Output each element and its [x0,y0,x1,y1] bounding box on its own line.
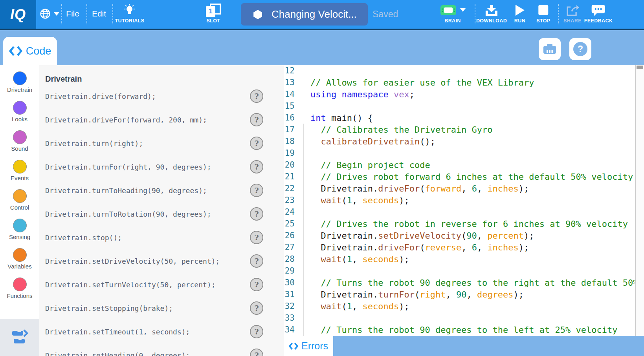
code-token [310,172,321,182]
command-row[interactable]: Drivetrain.turnToRotation(90, degrees);? [39,207,284,221]
command-help-button[interactable]: ? [250,349,263,356]
divider [475,4,475,24]
hexagon-icon [253,9,263,20]
line-number: 19 [284,148,295,158]
command-row[interactable]: Drivetrain.stop();? [39,230,284,245]
command-row[interactable]: Drivetrain.driveFor(forward, 200, mm);? [39,113,284,127]
code-line: 19 [284,147,644,159]
lightbulb-icon [123,4,136,17]
sidebar-item-sensing[interactable]: Sensing [0,215,39,244]
edit-menu[interactable]: Edit [87,9,111,18]
command-help-button[interactable]: ? [250,160,263,173]
language-menu[interactable] [39,8,59,20]
line-number: 28 [284,254,295,264]
code-token: inches [487,243,518,252]
tutorials-button[interactable]: TUTORIALS [115,3,145,24]
command-row[interactable]: Drivetrain.turnFor(right, 90, degrees);? [39,160,284,174]
code-line: 32 wait(1, seconds); [284,300,644,312]
editor-scrollbar[interactable] [635,65,644,336]
command-text: Drivetrain.setDriveVelocity(50, percent)… [45,257,220,265]
line-content: wait(1, seconds); [310,195,409,205]
command-help-button[interactable]: ? [250,301,263,315]
sidebar-item-sound[interactable]: Sound [0,126,39,156]
line-content: // Begin project code [310,160,430,170]
share-label: SHARE [563,18,582,24]
errors-bar: Errors [284,336,644,356]
tab-errors[interactable]: Errors [284,336,333,356]
sidebar-item-variables[interactable]: Variables [0,244,39,274]
scrollbar-thumb[interactable] [637,66,643,69]
download-button[interactable]: DOWNLOAD [476,3,507,24]
command-help-button[interactable]: ? [250,278,263,291]
file-menu[interactable]: File [61,9,84,18]
code-token: setDriveVelocity [378,231,461,241]
command-row[interactable]: Drivetrain.drive(forward);? [39,89,284,103]
line-content: int main() { [310,113,373,123]
line-content: calibrateDrivetrain(); [310,137,435,146]
code-token: wait [321,301,342,311]
sidebar-item-drivetrain[interactable]: Drivetrain [0,68,39,97]
command-help-button[interactable]: ? [250,113,263,126]
run-button[interactable]: RUN [514,3,525,24]
project-name-button[interactable]: Changing Velocit... [241,3,368,26]
device-info-button[interactable] [539,38,561,60]
code-line: 13// Allows for easier use of the VEX Li… [284,77,644,88]
command-help-button[interactable]: ? [250,231,263,244]
command-help-button[interactable]: ? [250,184,263,197]
line-number: 29 [284,266,295,276]
sidebar-item-looks[interactable]: Looks [0,97,39,126]
code-token: Drivetrain. [310,243,378,252]
command-row[interactable]: Drivetrain.turnToHeading(90, degrees);? [39,183,284,197]
feedback-button[interactable]: FEEDBACK [584,3,613,24]
line-number: 33 [284,313,295,323]
command-help-button[interactable]: ? [250,207,263,221]
command-row[interactable]: Drivetrain.setHeading(0, degrees);? [39,348,284,356]
code-token: ); [524,231,534,241]
code-token: 1 [347,195,352,205]
command-help-button[interactable]: ? [250,325,263,338]
sidebar-categories: DrivetrainLooksSoundEventsControlSensing… [0,68,39,303]
command-help-button[interactable]: ? [250,137,263,150]
code-token: ); [519,243,529,252]
top-toolbar: IQ File Edit [0,0,644,30]
line-number: 13 [284,78,295,87]
stop-icon [538,5,548,15]
stop-button[interactable]: STOP [536,3,550,24]
code-token: wait [321,254,342,264]
code-token: // Allows for easier use of the VEX Libr… [310,78,534,88]
command-row[interactable]: Drivetrain.setDriveVelocity(50, percent)… [39,254,284,268]
blocks-toggle-button[interactable] [0,319,39,356]
iq-logo: IQ [0,0,36,29]
command-row[interactable]: Drivetrain.setStopping(brake);? [39,301,284,315]
command-row[interactable]: Drivetrain.turn(right);? [39,136,284,150]
share-button[interactable]: SHARE [563,3,582,24]
sidebar-item-control[interactable]: Control [0,185,39,215]
command-row[interactable]: Drivetrain.setTurnVelocity(50, percent);… [39,277,284,292]
line-number: 22 [284,184,295,193]
code-token [310,137,321,146]
code-editor[interactable]: 1213// Allows for easier use of the VEX … [284,65,644,356]
sidebar-item-functions[interactable]: Functions [0,274,39,303]
help-button[interactable]: ? [569,38,591,60]
code-token: seconds [362,195,399,205]
slot-button[interactable]: 1 SLOT [206,3,221,24]
code-token: 1 [347,254,352,264]
chevron-down-icon [460,8,466,12]
question-icon: ? [573,42,587,56]
code-line: 22 Drivetrain.driveFor(forward, 6, inche… [284,183,644,194]
tab-code[interactable]: Code [3,37,57,65]
code-token [310,325,321,335]
code-token [389,89,394,99]
command-help-button[interactable]: ? [250,89,263,103]
category-label: Sensing [9,234,30,240]
line-number: 32 [284,301,295,311]
code-token: driveFor [378,243,420,252]
code-line: 30 // Turns the robot 90 degrees to the … [284,277,644,288]
command-text: Drivetrain.turnToRotation(90, degrees); [45,210,211,218]
code-token: right [420,290,446,299]
sidebar-item-events[interactable]: Events [0,156,39,185]
command-row[interactable]: Drivetrain.setTimeout(1, seconds);? [39,325,284,339]
brain-button[interactable]: BRAIN [440,3,466,24]
command-help-button[interactable]: ? [250,254,263,268]
code-line: 20 // Begin project code [284,159,644,171]
